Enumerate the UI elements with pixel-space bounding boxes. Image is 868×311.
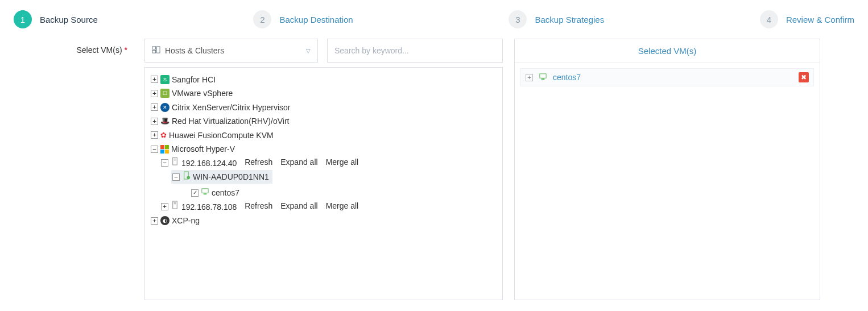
vm-checkbox[interactable]: ✓ [191,189,199,197]
tree-node-vmware[interactable]: + ☐ VMware vSphere [151,86,233,100]
step-backup-strategies[interactable]: 3 Backup Strategies [509,10,604,28]
expand-icon[interactable]: + [151,217,158,225]
svg-rect-2 [156,47,160,53]
view-selector[interactable]: Hosts & Clusters ▽ [144,39,318,63]
svg-rect-3 [173,157,177,164]
expand-icon[interactable]: + [151,118,158,125]
tree-node-host-2[interactable]: + 192.168.78.108 [161,200,237,214]
step-number: 4 [760,10,778,28]
citrix-icon: ✕ [160,103,170,112]
collapse-icon[interactable]: − [161,159,168,167]
vm-icon [539,72,547,82]
step-backup-source[interactable]: 1 Backup Source [14,10,98,28]
expand-icon[interactable]: + [526,74,533,81]
search-box[interactable] [327,39,503,63]
xcpng-icon: ◐ [160,216,170,225]
field-label-select-vms: Select VM(s)* [14,39,133,300]
step-label: Backup Strategies [535,15,604,24]
host-server-icon [171,201,179,213]
vmware-icon: ☐ [160,89,170,98]
collapse-icon[interactable]: − [151,146,158,153]
tree-node-vm-centos7[interactable]: ✓ centos7 [181,186,239,200]
svg-rect-1 [152,50,156,53]
svg-rect-13 [540,74,546,78]
expand-icon[interactable]: + [151,90,158,97]
collapse-icon[interactable]: − [172,173,180,181]
wizard-steps: 1 Backup Source 2 Backup Destination 3 B… [0,0,868,39]
tree-node-hyperv[interactable]: − Microsoft Hyper-V [151,142,235,156]
svg-point-7 [187,176,190,179]
redhat-icon: 🎩 [160,115,170,127]
view-selector-label: Hosts & Clusters [165,46,224,55]
svg-rect-8 [202,189,208,193]
svg-rect-14 [542,78,545,80]
step-number: 3 [509,10,527,28]
huawei-icon: ✿ [160,129,167,142]
expand-icon[interactable]: + [151,103,158,111]
selected-vms-header: Selected VM(s) [515,39,820,63]
vm-icon [201,186,209,199]
svg-rect-10 [173,201,177,208]
step-number: 1 [14,10,32,28]
refresh-link[interactable]: Refresh [245,200,272,212]
step-number: 2 [253,10,271,28]
expand-icon[interactable]: + [151,76,158,83]
step-review-confirm[interactable]: 4 Review & Confirm [760,10,854,28]
expand-all-link[interactable]: Expand all [280,200,317,212]
selected-vms-panel: Selected VM(s) + centos7 ✖ [514,39,820,300]
tree-node-xcpng[interactable]: + ◐ XCP-ng [151,214,200,227]
tree-node-redhat[interactable]: + 🎩 Red Hat Virtualization(RHV)/oVirt [151,114,289,128]
chevron-down-icon: ▽ [306,48,311,54]
remove-vm-button[interactable]: ✖ [799,72,809,82]
step-label: Backup Destination [279,15,353,24]
search-input[interactable] [334,46,495,55]
expand-icon[interactable]: + [161,203,168,210]
tree-node-huawei[interactable]: + ✿ Huawei FusionCompute KVM [151,128,274,142]
expand-icon[interactable]: + [151,131,158,139]
tree-node-windows-host[interactable]: − WIN-AADUP0D1NN1 [171,170,272,184]
selected-vm-name: centos7 [553,73,793,82]
tree-node-citrix[interactable]: + ✕ Citrix XenServer/Citrix Hypervisor [151,101,290,114]
vm-tree-panel: + S Sangfor HCI + ☐ VMware vSphere [144,67,503,300]
selected-vm-item: + centos7 ✖ [520,68,814,86]
step-backup-destination[interactable]: 2 Backup Destination [253,10,353,28]
svg-rect-0 [152,47,156,49]
tree-node-host-1[interactable]: − 192.168.124.40 [161,156,237,170]
merge-all-link[interactable]: Merge all [326,200,359,212]
host-server-icon [171,157,179,169]
sangfor-icon: S [160,75,170,84]
tree-node-sangfor[interactable]: + S Sangfor HCI [151,73,216,86]
merge-all-link[interactable]: Merge all [326,156,359,168]
step-label: Review & Confirm [786,15,854,24]
step-label: Backup Source [40,15,98,24]
hosts-clusters-icon [152,45,160,56]
refresh-link[interactable]: Refresh [245,156,272,168]
microsoft-icon [160,145,169,154]
host-green-icon [182,171,191,183]
svg-rect-9 [204,193,207,194]
expand-all-link[interactable]: Expand all [280,156,317,168]
